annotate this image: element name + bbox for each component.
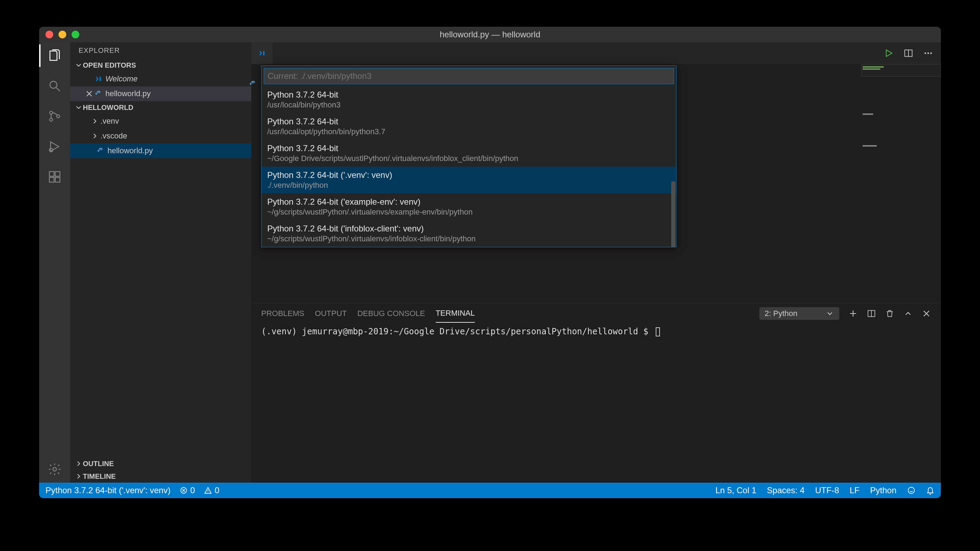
outline-header[interactable]: OUTLINE (70, 457, 251, 470)
open-editors-label: OPEN EDITORS (83, 61, 136, 70)
quickpick-input[interactable] (264, 68, 674, 84)
svg-point-2 (50, 118, 52, 121)
window-zoom-button[interactable] (72, 31, 79, 38)
quickpick-item[interactable]: Python 3.7.2 64-bit /usr/local/bin/pytho… (262, 86, 676, 113)
quickpick-item-detail: /usr/local/bin/python3 (267, 100, 670, 110)
timeline-header[interactable]: TIMELINE (70, 470, 251, 483)
quickpick-item[interactable]: Python 3.7.2 64-bit /usr/local/opt/pytho… (262, 113, 676, 140)
explorer-sidebar: EXPLORER OPEN EDITORS Welcome (70, 42, 251, 483)
activity-settings[interactable] (46, 461, 63, 478)
panel-tab-problems[interactable]: PROBLEMS (261, 305, 304, 322)
quickpick-item-detail: ~/g/scripts/wustlPython/.virtualenvs/inf… (267, 234, 670, 243)
editor-tabs (251, 42, 941, 64)
panel-tabs: PROBLEMS OUTPUT DEBUG CONSOLE TERMINAL 2… (251, 303, 941, 324)
quickpick-item-title: Python 3.7.2 64-bit ('example-env': venv… (267, 197, 670, 207)
kill-terminal-button[interactable] (885, 309, 894, 318)
activity-run-debug[interactable] (46, 138, 63, 155)
status-warnings-count: 0 (215, 486, 219, 495)
split-editor-button[interactable] (904, 48, 913, 58)
panel-tab-output[interactable]: OUTPUT (315, 305, 347, 322)
status-language-mode[interactable]: Python (870, 486, 896, 495)
status-indentation-label: Spaces: 4 (767, 486, 805, 495)
folder-label: HELLOWORLD (83, 103, 133, 112)
quickpick-scrollbar[interactable] (671, 181, 675, 247)
quickpick-list: Python 3.7.2 64-bit /usr/local/bin/pytho… (262, 86, 676, 247)
activity-extensions[interactable] (46, 168, 63, 185)
quickpick-item[interactable]: Python 3.7.2 64-bit ~/Google Drive/scrip… (262, 140, 676, 167)
svg-point-0 (50, 81, 57, 89)
tree-item-label: .venv (100, 117, 119, 126)
svg-point-13 (925, 52, 926, 54)
split-terminal-button[interactable] (867, 309, 876, 318)
chevron-right-icon (91, 132, 97, 140)
folder-venv[interactable]: .venv (70, 114, 251, 129)
status-encoding-label: UTF-8 (815, 486, 839, 495)
open-editor-welcome[interactable]: Welcome (70, 71, 251, 86)
status-cursor-label: Ln 5, Col 1 (715, 486, 756, 495)
status-encoding[interactable]: UTF-8 (815, 486, 839, 495)
activity-source-control[interactable] (46, 108, 63, 125)
open-editors-header[interactable]: OPEN EDITORS (70, 59, 251, 71)
status-cursor-position[interactable]: Ln 5, Col 1 (715, 486, 756, 495)
status-notifications[interactable] (926, 486, 934, 495)
status-python-interpreter[interactable]: Python 3.7.2 64-bit ('.venv': venv) (46, 486, 170, 495)
quickpick-item-title: Python 3.7.2 64-bit ('infoblox-client': … (267, 224, 670, 233)
status-interpreter-label: Python 3.7.2 64-bit ('.venv': venv) (46, 486, 170, 495)
window-minimize-button[interactable] (59, 31, 66, 38)
status-indentation[interactable]: Spaces: 4 (767, 486, 805, 495)
open-editor-label: Welcome (105, 74, 137, 84)
svg-point-15 (930, 52, 932, 54)
more-actions-button[interactable] (923, 48, 933, 58)
status-errors[interactable]: 0 (180, 486, 195, 495)
python-icon (95, 90, 102, 97)
window-close-button[interactable] (46, 31, 53, 38)
chevron-right-icon (75, 472, 81, 481)
minimap-line (862, 113, 873, 115)
svg-point-14 (928, 52, 929, 54)
run-button[interactable] (884, 48, 894, 58)
python-icon (97, 147, 104, 154)
tab-welcome[interactable] (251, 42, 272, 64)
terminal-body[interactable]: (.venv) jemurray@mbp-2019:~/Google Drive… (251, 324, 941, 483)
file-helloworld[interactable]: helloworld.py (70, 143, 251, 158)
panel-tab-terminal[interactable]: TERMINAL (436, 304, 475, 323)
chevron-down-icon (75, 103, 81, 112)
traffic-lights (39, 31, 79, 38)
status-warnings[interactable]: 0 (204, 486, 219, 495)
vscode-icon (258, 50, 266, 57)
terminal-prompt: (.venv) jemurray@mbp-2019:~/Google Drive… (261, 327, 654, 337)
maximize-panel-button[interactable] (904, 309, 913, 318)
activity-bar (39, 42, 70, 483)
minimap-line (862, 68, 880, 70)
editor-group: Python 3.7.2 64-bit /usr/local/bin/pytho… (251, 42, 941, 483)
folder-vscode[interactable]: .vscode (70, 129, 251, 143)
close-panel-button[interactable] (922, 309, 931, 318)
open-editor-helloworld[interactable]: helloworld.py (70, 86, 251, 101)
status-eol-label: LF (850, 486, 859, 495)
status-bar: Python 3.7.2 64-bit ('.venv': venv) 0 0 … (39, 483, 941, 498)
status-eol[interactable]: LF (850, 486, 859, 495)
svg-point-3 (57, 115, 60, 118)
tree-item-label: .vscode (100, 132, 127, 141)
sidebar-title: EXPLORER (70, 42, 251, 59)
terminal-cursor (656, 327, 660, 337)
activity-search[interactable] (46, 78, 63, 94)
quickpick-item[interactable]: Python 3.7.2 64-bit ('.venv': venv) ./.v… (262, 167, 676, 194)
minimap-line (862, 145, 877, 146)
quickpick-item[interactable]: Python 3.7.2 64-bit ('infoblox-client': … (262, 220, 676, 247)
svg-point-16 (252, 81, 252, 82)
minimap[interactable] (861, 64, 941, 205)
svg-point-9 (53, 467, 56, 471)
panel-tab-debug-console[interactable]: DEBUG CONSOLE (358, 305, 425, 322)
window-title: helloworld.py — helloworld (39, 30, 941, 40)
status-feedback[interactable] (907, 486, 915, 495)
editor-area[interactable]: Python 3.7.2 64-bit /usr/local/bin/pytho… (251, 64, 941, 303)
quickpick-item[interactable]: Python 3.7.2 64-bit ('example-env': venv… (262, 194, 676, 220)
close-icon[interactable] (85, 89, 91, 98)
activity-explorer[interactable] (46, 47, 63, 64)
svg-rect-7 (49, 178, 54, 182)
folder-header[interactable]: HELLOWORLD (70, 101, 251, 114)
terminal-selector[interactable]: 2: Python (759, 307, 839, 320)
new-terminal-button[interactable] (848, 309, 858, 318)
chevron-right-icon (91, 117, 97, 125)
